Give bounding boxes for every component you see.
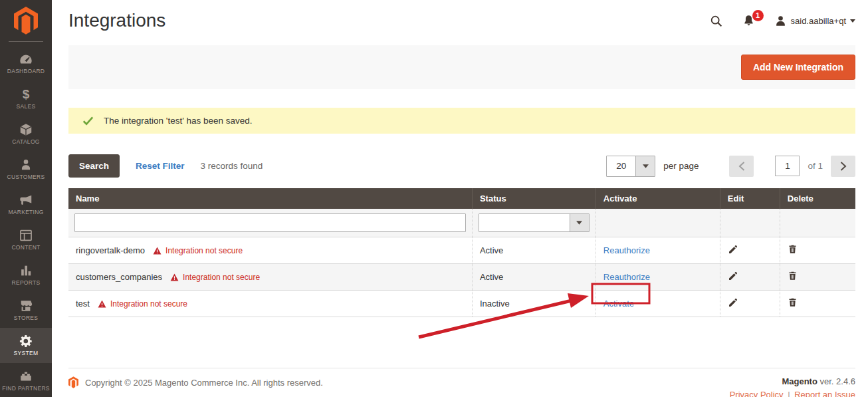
page-number-input[interactable] (775, 156, 800, 176)
main-content: Integrations 1 said.aabilla+qt Add New I… (52, 0, 868, 397)
chevron-left-icon (738, 162, 745, 171)
brand-name: Magento (782, 376, 817, 386)
sidebar-item-label: CONTENT (11, 245, 40, 251)
toolbar-left: Search Reset Filter 3 records found (68, 154, 263, 178)
reports-icon (19, 263, 33, 278)
search-button[interactable]: Search (68, 154, 120, 178)
integrations-grid: Name Status Activate Edit Delete (68, 188, 855, 317)
pencil-icon (728, 297, 738, 308)
magento-logo-icon (68, 376, 78, 388)
reauthorize-link[interactable]: Reauthorize (603, 245, 650, 255)
chevron-down-icon (570, 214, 589, 231)
sidebar-item-label: DASHBOARD (7, 68, 45, 74)
sidebar-item-marketing[interactable]: MARKETING (0, 187, 52, 222)
table-row: customers_companies Integration not secu… (68, 264, 855, 291)
catalog-icon (19, 122, 33, 137)
column-header-name[interactable]: Name (68, 188, 472, 209)
user-name: said.aabilla+qt (791, 16, 846, 26)
reset-filter-link[interactable]: Reset Filter (136, 161, 185, 171)
column-header-status[interactable]: Status (472, 188, 596, 209)
page-actions-bar: Add New Integration (68, 45, 855, 89)
page-title: Integrations (68, 10, 165, 31)
integration-name: customers_companies (76, 272, 162, 282)
pencil-icon (728, 271, 738, 281)
edit-button[interactable] (728, 297, 738, 308)
per-page-label: per page (663, 161, 699, 171)
column-header-edit: Edit (720, 188, 780, 209)
delete-button[interactable] (788, 297, 798, 308)
sidebar-item-sales[interactable]: $ SALES (0, 81, 52, 116)
delete-button[interactable] (788, 244, 798, 255)
sidebar-item-customers[interactable]: CUSTOMERS (0, 152, 52, 187)
integration-name: ringovertalk-demo (76, 245, 145, 255)
edit-button[interactable] (728, 244, 738, 255)
column-header-delete: Delete (780, 188, 855, 209)
sidebar-item-stores[interactable]: STORES (0, 293, 52, 328)
footer-meta: Magento ver. 2.4.6 Privacy Policy | Repo… (730, 376, 855, 397)
sidebar-item-label: SYSTEM (14, 350, 39, 356)
integration-name: test (76, 299, 90, 309)
page-header: Integrations 1 said.aabilla+qt (52, 0, 868, 41)
version-text: ver. 2.4.6 (820, 376, 855, 386)
copyright-text: Copyright © 2025 Magento Commerce Inc. A… (85, 378, 323, 388)
footer-copyright: Copyright © 2025 Magento Commerce Inc. A… (68, 376, 323, 388)
sidebar-item-system[interactable]: SYSTEM (0, 328, 52, 363)
sidebar-item-content[interactable]: CONTENT (0, 222, 52, 257)
delete-button[interactable] (788, 271, 798, 281)
chevron-down-icon (850, 19, 855, 23)
magento-logo-icon (14, 7, 38, 35)
content-icon (19, 228, 33, 243)
sidebar-item-label: REPORTS (11, 280, 40, 286)
add-new-integration-button[interactable]: Add New Integration (741, 55, 855, 80)
marketing-icon (19, 193, 33, 207)
activate-link[interactable]: Activate (603, 299, 634, 309)
sidebar-item-reports[interactable]: REPORTS (0, 257, 52, 293)
version-line: Magento ver. 2.4.6 (730, 376, 855, 386)
page-total-label: of 1 (808, 161, 823, 171)
magento-logo[interactable] (0, 0, 52, 41)
warning-text: Integration not secure (110, 299, 187, 309)
system-icon (19, 334, 33, 348)
status-filter-value (479, 214, 570, 231)
name-filter-input[interactable] (74, 213, 466, 232)
warning-text: Integration not secure (165, 246, 243, 255)
warning-icon (170, 273, 179, 281)
pencil-icon (728, 244, 738, 255)
notifications-button[interactable]: 1 (742, 14, 756, 28)
success-message-text: The integration 'test' has been saved. (104, 116, 253, 126)
sidebar-item-label: SALES (17, 104, 36, 110)
trash-icon (788, 244, 798, 255)
table-row: ringovertalk-demo Integration not secure… (68, 237, 855, 264)
edit-button[interactable] (728, 271, 738, 281)
per-page-select[interactable]: 20 (606, 156, 655, 177)
integration-warning: Integration not secure (170, 273, 260, 282)
sidebar-item-label: CUSTOMERS (7, 174, 45, 180)
legal-links: Privacy Policy | Report an Issue (730, 390, 855, 397)
privacy-policy-link[interactable]: Privacy Policy (730, 390, 784, 397)
warning-text: Integration not secure (183, 273, 260, 282)
find-partners-icon (19, 369, 33, 384)
header-actions: 1 said.aabilla+qt (709, 14, 855, 28)
sidebar-item-dashboard[interactable]: DASHBOARD (0, 46, 52, 81)
sidebar-item-label: STORES (14, 315, 39, 321)
per-page-value: 20 (607, 156, 635, 176)
search-icon[interactable] (709, 14, 723, 28)
sidebar-item-find-partners[interactable]: FIND PARTNERS (0, 363, 52, 397)
records-found-text: 3 records found (201, 161, 263, 171)
sidebar-item-catalog[interactable]: CATALOG (0, 116, 52, 152)
trash-icon (788, 271, 798, 281)
grid-toolbar: Search Reset Filter 3 records found 20 p… (68, 154, 855, 178)
next-page-button[interactable] (831, 156, 855, 177)
status-filter-select[interactable] (479, 213, 590, 232)
trash-icon (788, 297, 798, 308)
previous-page-button[interactable] (729, 156, 754, 177)
warning-icon (98, 300, 106, 308)
footer: Copyright © 2025 Magento Commerce Inc. A… (68, 368, 855, 397)
sidebar-item-label: MARKETING (8, 209, 43, 215)
notifications-count-badge: 1 (752, 10, 764, 21)
report-issue-link[interactable]: Report an Issue (794, 390, 855, 397)
user-menu[interactable]: said.aabilla+qt (774, 15, 855, 27)
check-icon (82, 114, 94, 127)
integration-warning: Integration not secure (153, 246, 243, 255)
reauthorize-link[interactable]: Reauthorize (603, 272, 650, 282)
